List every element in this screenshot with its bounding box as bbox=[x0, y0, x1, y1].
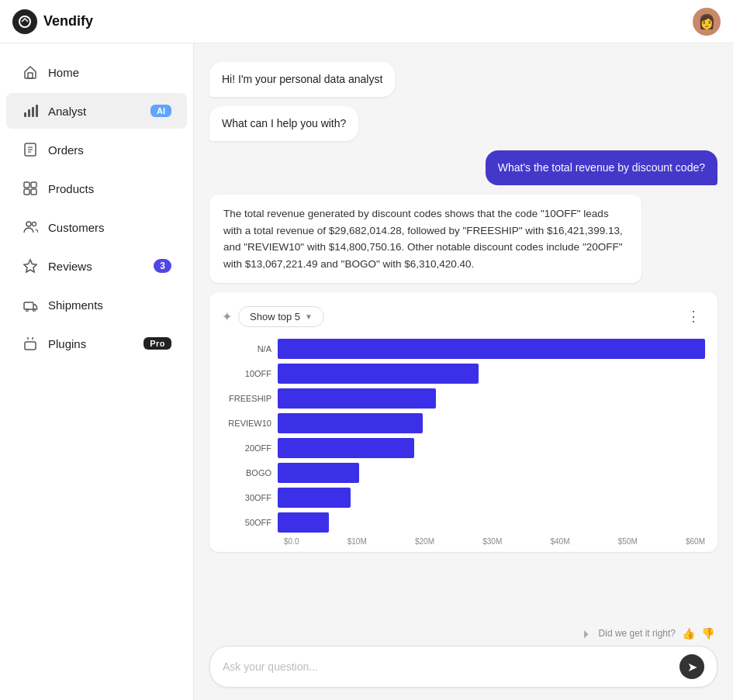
message-greeting1: Hi! I'm your personal data analyst bbox=[209, 62, 717, 97]
bar-row: 30OFF bbox=[222, 488, 705, 508]
bar-track bbox=[278, 388, 705, 409]
sidebar-label-plugins: Plugins bbox=[48, 337, 86, 350]
bar-row: 50OFF bbox=[222, 512, 705, 533]
customers-icon bbox=[22, 219, 39, 236]
axis-label: $20M bbox=[415, 537, 434, 546]
svg-point-15 bbox=[33, 222, 36, 226]
user-avatar[interactable]: 👩 bbox=[693, 8, 721, 36]
analyst-badge: AI bbox=[150, 105, 171, 117]
sidebar-item-home[interactable]: Home bbox=[6, 54, 187, 90]
reviews-icon bbox=[22, 257, 39, 274]
svg-point-18 bbox=[26, 309, 29, 312]
svg-rect-4 bbox=[32, 107, 34, 117]
axis-label: $40M bbox=[550, 537, 569, 546]
show-top-button[interactable]: Show top 5 ▼ bbox=[238, 306, 324, 327]
bar-track bbox=[278, 463, 705, 483]
svg-rect-2 bbox=[24, 112, 26, 117]
chat-input-area: ⏵ Did we get it right? 👍 👎 ➤ bbox=[194, 619, 733, 700]
app-logo: Vendify bbox=[12, 9, 93, 34]
bar-track bbox=[278, 438, 705, 458]
sidebar-label-reviews: Reviews bbox=[48, 260, 92, 273]
sparkle-icon: ✦ bbox=[222, 309, 232, 324]
bar-label: FREESHIP bbox=[222, 394, 278, 403]
message-greeting2: What can I help you with? bbox=[209, 106, 717, 141]
bubble-greeting2: What can I help you with? bbox=[209, 106, 358, 141]
svg-rect-3 bbox=[28, 109, 30, 117]
chat-input-box: ➤ bbox=[209, 646, 717, 688]
message-bot-response: The total revenue generated by discount … bbox=[209, 195, 717, 283]
bar-row: REVIEW10 bbox=[222, 413, 705, 433]
bar-track bbox=[278, 488, 705, 508]
bar-label: REVIEW10 bbox=[222, 419, 278, 428]
topbar: Vendify 👩 bbox=[0, 0, 733, 43]
bar-row: 10OFF bbox=[222, 364, 705, 384]
audio-playback-icon[interactable]: ⏵ bbox=[582, 627, 593, 640]
app-name: Vendify bbox=[43, 13, 93, 29]
products-icon bbox=[22, 180, 39, 197]
bar-row: FREESHIP bbox=[222, 388, 705, 409]
bubble-user-query: What's the total revenue by discount cod… bbox=[486, 150, 717, 185]
sidebar-item-reviews[interactable]: Reviews 3 bbox=[6, 248, 187, 284]
bar-track bbox=[278, 364, 705, 384]
bar-track bbox=[278, 339, 705, 359]
feedback-text: Did we get it right? bbox=[599, 628, 676, 639]
bar-fill bbox=[278, 364, 479, 384]
sidebar-item-shipments[interactable]: Shipments bbox=[6, 287, 187, 322]
svg-marker-16 bbox=[24, 260, 36, 272]
bar-label: 30OFF bbox=[222, 493, 278, 502]
bar-label: 10OFF bbox=[222, 369, 278, 378]
bar-row: 20OFF bbox=[222, 438, 705, 458]
sidebar-item-orders[interactable]: Orders bbox=[6, 132, 187, 167]
sidebar-item-analyst[interactable]: Analyst AI bbox=[6, 93, 187, 129]
bar-fill bbox=[278, 512, 329, 533]
sidebar-label-customers: Customers bbox=[48, 221, 105, 234]
chat-input[interactable] bbox=[223, 660, 673, 673]
svg-rect-11 bbox=[31, 182, 36, 188]
svg-rect-1 bbox=[28, 73, 33, 78]
send-icon: ➤ bbox=[687, 660, 697, 674]
svg-rect-12 bbox=[24, 189, 29, 195]
bar-fill bbox=[278, 488, 351, 508]
bar-label: 50OFF bbox=[222, 518, 278, 527]
svg-rect-17 bbox=[24, 302, 33, 309]
chat-messages: Hi! I'm your personal data analyst What … bbox=[194, 43, 733, 619]
plugins-icon bbox=[22, 335, 39, 352]
bubble-bot-response: The total revenue generated by discount … bbox=[209, 195, 641, 283]
sidebar-item-customers[interactable]: Customers bbox=[6, 209, 187, 245]
orders-icon bbox=[22, 141, 39, 158]
bar-track bbox=[278, 512, 705, 533]
send-button[interactable]: ➤ bbox=[679, 654, 704, 679]
main-content: Hi! I'm your personal data analyst What … bbox=[194, 43, 733, 700]
sidebar-item-plugins[interactable]: Plugins Pro bbox=[6, 326, 187, 361]
bar-row: N/A bbox=[222, 339, 705, 359]
thumbs-down-icon[interactable]: 👎 bbox=[701, 627, 714, 640]
bar-fill bbox=[278, 339, 705, 359]
bar-fill bbox=[278, 438, 414, 458]
svg-point-19 bbox=[33, 309, 36, 312]
message-user-query: What's the total revenue by discount cod… bbox=[209, 150, 717, 185]
thumbs-up-icon[interactable]: 👍 bbox=[682, 627, 695, 640]
axis-label: $0.0 bbox=[284, 537, 299, 546]
chart-card: ✦ Show top 5 ▼ ⋮ N/A10OFFFREESHIPREVIEW1… bbox=[209, 292, 717, 552]
sidebar-item-products[interactable]: Products bbox=[6, 171, 187, 206]
home-icon bbox=[22, 64, 39, 81]
sidebar: Home Analyst AI Orders bbox=[0, 43, 194, 700]
sidebar-label-home: Home bbox=[48, 66, 79, 79]
more-options-button[interactable]: ⋮ bbox=[682, 305, 705, 328]
bar-label: N/A bbox=[222, 344, 278, 353]
svg-point-14 bbox=[26, 222, 31, 226]
bar-label: BOGO bbox=[222, 468, 278, 478]
bubble-greeting1: Hi! I'm your personal data analyst bbox=[209, 62, 395, 97]
analyst-icon bbox=[22, 102, 39, 119]
bar-fill bbox=[278, 413, 423, 433]
axis-label: $60M bbox=[686, 537, 705, 546]
chart-axis: $0.0$10M$20M$30M$40M$50M$60M bbox=[222, 537, 705, 546]
axis-label: $10M bbox=[347, 537, 367, 546]
chart-toolbar: ✦ Show top 5 ▼ ⋮ bbox=[222, 305, 705, 328]
feedback-row: ⏵ Did we get it right? 👍 👎 bbox=[209, 627, 717, 640]
bar-label: 20OFF bbox=[222, 443, 278, 453]
bar-fill bbox=[278, 463, 359, 483]
bar-track bbox=[278, 413, 705, 433]
reviews-badge: 3 bbox=[154, 259, 171, 273]
axis-label: $30M bbox=[482, 537, 502, 546]
